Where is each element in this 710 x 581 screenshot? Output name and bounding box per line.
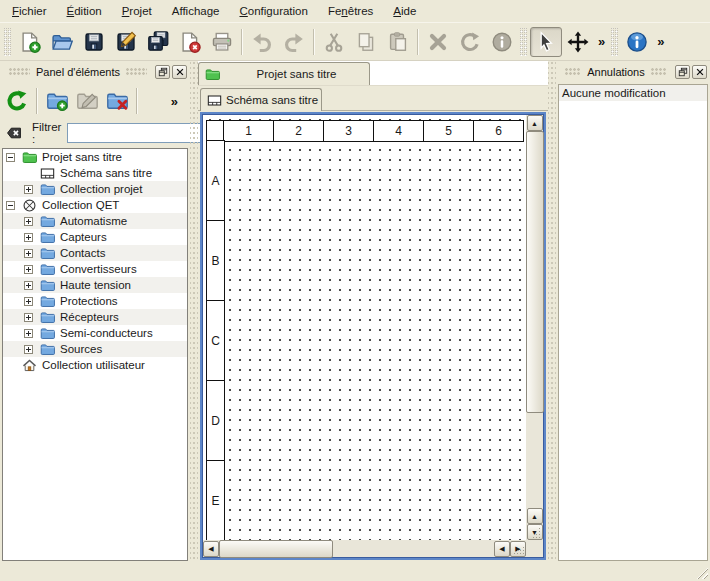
tree-expander[interactable]: [24, 185, 33, 194]
new-file-icon: [19, 31, 41, 53]
menu-item[interactable]: Aide: [383, 2, 426, 20]
filter-label: Filtrer :: [32, 121, 61, 145]
close-dock-button[interactable]: [172, 65, 187, 79]
expander-slot: [6, 201, 21, 210]
tree-item-icon: [40, 326, 55, 341]
tree-row[interactable]: Semi-conducteurs: [3, 325, 187, 341]
project-info-button[interactable]: [621, 27, 653, 57]
tree-row[interactable]: Protections: [3, 293, 187, 309]
reload-collections-button[interactable]: [2, 86, 32, 116]
schema-tabbar: Schéma sans titre: [198, 86, 548, 111]
clear-filter-button[interactable]: [4, 124, 24, 142]
open-file-icon: [51, 31, 73, 53]
open-file-button[interactable]: [46, 27, 78, 57]
tree-row[interactable]: Contacts: [3, 245, 187, 261]
cut-icon: [323, 31, 345, 53]
tree-row[interactable]: Capteurs: [3, 229, 187, 245]
tree-row[interactable]: Automatisme: [3, 213, 187, 229]
schema-row-header: B: [206, 220, 225, 301]
horizontal-scrollbar[interactable]: ◀ ◀ ▶: [203, 540, 526, 557]
tree-expander[interactable]: [24, 281, 33, 290]
menu-item[interactable]: Fenêtres: [318, 2, 383, 20]
save-as-button[interactable]: [110, 27, 142, 57]
tree-item-label: Schéma sans titre: [60, 167, 152, 179]
tree-expander[interactable]: [24, 345, 33, 354]
menu-item[interactable]: Édition: [57, 2, 112, 20]
schema-column-header: 5: [423, 120, 474, 142]
tree-expander[interactable]: [24, 329, 33, 338]
project-tab[interactable]: Projet sans titre: [198, 62, 370, 85]
panel-overflow-chevron[interactable]: »: [167, 94, 182, 109]
edit-category-button: [72, 86, 102, 116]
move-cross-icon: [567, 31, 589, 53]
toolbar-drag-handle[interactable]: [520, 28, 528, 56]
float-dock-button[interactable]: [155, 65, 170, 79]
save-button[interactable]: [78, 27, 110, 57]
vertical-scrollbar[interactable]: ▲ ▲ ▼: [526, 115, 543, 540]
tree-item-label: Projet sans titre: [42, 151, 122, 163]
tree-expander[interactable]: [24, 233, 33, 242]
expander-slot: [24, 249, 39, 258]
delete-category-button[interactable]: [102, 86, 132, 116]
tree-expander[interactable]: [24, 249, 33, 258]
tree-item-icon: [40, 214, 55, 229]
tree-expander[interactable]: [24, 265, 33, 274]
scroll-up-button[interactable]: ▲: [527, 115, 543, 131]
save-all-button[interactable]: [142, 27, 174, 57]
float-dock-button[interactable]: [675, 65, 690, 79]
tree-row[interactable]: Projet sans titre: [3, 149, 187, 165]
new-category-button[interactable]: [42, 86, 72, 116]
tree-row[interactable]: Haute tension: [3, 277, 187, 293]
dock-texture: [126, 68, 147, 76]
toolbar-drag-handle[interactable]: [4, 28, 12, 56]
move-tool-button[interactable]: [562, 27, 594, 57]
tree-expander[interactable]: [6, 201, 15, 210]
dock-texture: [565, 68, 581, 76]
tree-expander[interactable]: [24, 297, 33, 306]
menu-item[interactable]: Projet: [112, 2, 162, 20]
tree-row[interactable]: Collection projet: [3, 181, 187, 197]
vertical-scroll-thumb[interactable]: [526, 131, 544, 413]
expander-slot: [6, 361, 21, 370]
toolbar-overflow-chevron[interactable]: »: [594, 34, 609, 49]
print-button[interactable]: [206, 27, 238, 57]
copy-icon: [355, 31, 377, 53]
undo-history-item[interactable]: Aucune modification: [559, 85, 707, 101]
tree-expander[interactable]: [6, 153, 15, 162]
scroll-up-button-2[interactable]: ▲: [527, 508, 543, 524]
scroll-left-button[interactable]: ◀: [203, 541, 219, 557]
horizontal-scroll-thumb[interactable]: [219, 540, 333, 558]
right-dock-splitter[interactable]: [548, 61, 556, 563]
resize-grip[interactable]: [695, 566, 708, 579]
close-file-button[interactable]: [174, 27, 206, 57]
paste-icon: [387, 31, 409, 53]
schema-row-header: A: [206, 140, 225, 221]
tree-row[interactable]: Convertisseurs: [3, 261, 187, 277]
menu-item[interactable]: Affichage: [162, 2, 230, 20]
close-dock-button[interactable]: [692, 65, 707, 79]
tree-row[interactable]: Collection utilisateur: [3, 357, 187, 373]
menu-item[interactable]: Configuration: [230, 2, 318, 20]
statusbar: [0, 562, 710, 581]
new-file-button[interactable]: [14, 27, 46, 57]
left-dock-splitter[interactable]: [190, 61, 198, 563]
tree-row[interactable]: Sources: [3, 341, 187, 357]
tree-expander[interactable]: [24, 313, 33, 322]
select-tool-button[interactable]: [530, 27, 562, 57]
menu-item[interactable]: Fichier: [2, 2, 57, 20]
tree-item-label: Convertisseurs: [60, 263, 137, 275]
tree-row[interactable]: Récepteurs: [3, 309, 187, 325]
folder-plus-icon: [46, 90, 68, 112]
schema-row-headers: A B C D E: [206, 141, 225, 541]
tree-row[interactable]: Collection QET: [3, 197, 187, 213]
cursor-arrow-icon: [535, 31, 557, 53]
toolbar-drag-handle[interactable]: [611, 28, 619, 56]
scroll-left-button-2[interactable]: ◀: [494, 541, 510, 557]
schema-tab[interactable]: Schéma sans titre: [200, 88, 322, 111]
schema-canvas[interactable]: 1 2 3 4 5 6 A: [203, 115, 543, 557]
tree-expander[interactable]: [24, 217, 33, 226]
toolbar-overflow-chevron[interactable]: »: [653, 34, 668, 49]
elements-panel-dock: Panel d'éléments » Filtrer : Proj: [0, 61, 190, 563]
tree-row[interactable]: Schéma sans titre: [3, 165, 187, 181]
close-file-icon: [179, 31, 201, 53]
